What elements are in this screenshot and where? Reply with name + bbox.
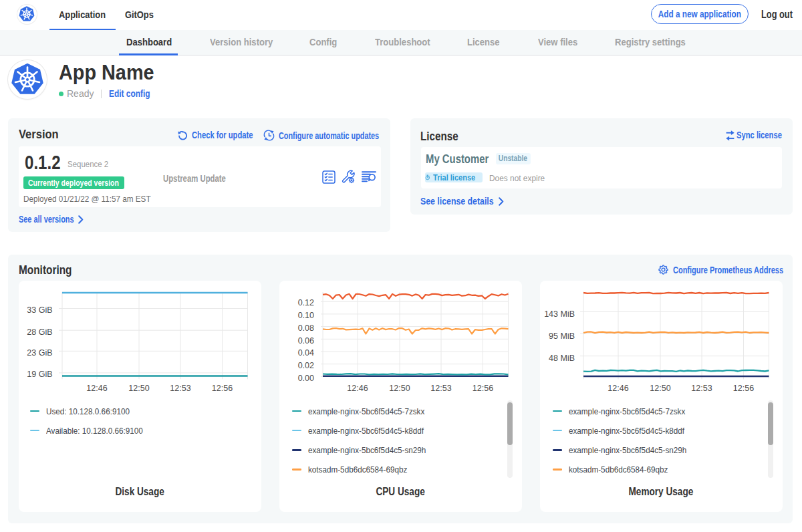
svg-text:95 MiB: 95 MiB	[549, 331, 575, 341]
svg-text:23 GiB: 23 GiB	[27, 348, 52, 358]
svg-text:12:56: 12:56	[211, 384, 232, 393]
svg-text:12:46: 12:46	[347, 384, 368, 393]
svg-text:48 MiB: 48 MiB	[549, 354, 575, 363]
svg-text:12:50: 12:50	[128, 384, 149, 393]
svg-text:0.10: 0.10	[297, 311, 313, 320]
svg-text:12:50: 12:50	[389, 384, 410, 393]
svg-text:12:46: 12:46	[86, 384, 107, 393]
svg-text:0.00: 0.00	[297, 374, 313, 383]
svg-text:0.12: 0.12	[297, 298, 313, 307]
svg-text:12:56: 12:56	[733, 384, 754, 393]
svg-text:143 MiB: 143 MiB	[544, 309, 575, 319]
svg-text:12:46: 12:46	[608, 384, 628, 393]
svg-text:19 GiB: 19 GiB	[27, 370, 52, 379]
svg-text:12:56: 12:56	[473, 384, 493, 393]
svg-text:28 GiB: 28 GiB	[27, 327, 52, 337]
svg-text:12:53: 12:53	[691, 384, 712, 393]
svg-text:12:53: 12:53	[170, 384, 190, 393]
svg-text:0.04: 0.04	[297, 348, 313, 358]
svg-text:33 GiB: 33 GiB	[27, 305, 52, 315]
svg-text:0.02: 0.02	[297, 361, 313, 370]
svg-text:12:53: 12:53	[430, 384, 451, 393]
svg-text:0.08: 0.08	[297, 323, 313, 333]
svg-text:12:50: 12:50	[650, 384, 670, 393]
svg-text:0.06: 0.06	[297, 336, 313, 346]
